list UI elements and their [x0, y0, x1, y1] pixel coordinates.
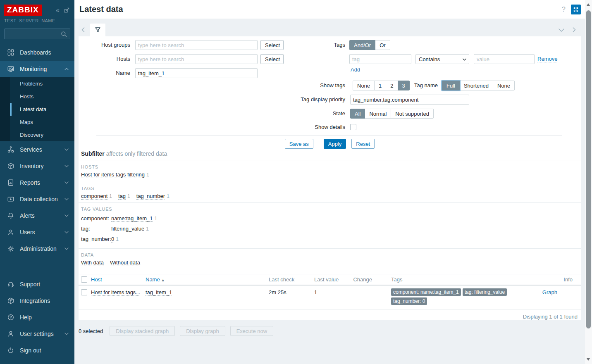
sidebar-item-inventory[interactable]: Inventory: [0, 158, 74, 174]
table-summary: Displaying 1 of 1 found: [79, 309, 581, 320]
save-as-button[interactable]: Save as: [285, 139, 313, 149]
with-data-link[interactable]: With data: [81, 259, 104, 266]
tag-operator-select[interactable]: Contains: [415, 54, 469, 64]
execute-now-button[interactable]: Execute now: [230, 326, 273, 336]
subfilter-tag-link[interactable]: component: [81, 193, 107, 200]
sidebar-item-discovery[interactable]: Discovery: [0, 128, 74, 141]
tab-next-icon[interactable]: [573, 27, 576, 32]
host-groups-input[interactable]: [135, 40, 258, 50]
tag-value-input[interactable]: [474, 54, 535, 64]
subfilter-tag-value-link[interactable]: name:tag_item_1: [111, 215, 153, 222]
sidebar-item-label: Services: [20, 146, 42, 153]
host-groups-select-button[interactable]: Select: [260, 40, 284, 50]
chevron-down-icon: [64, 333, 69, 335]
tag-name-input[interactable]: [349, 54, 411, 64]
subfilter-title: Subfilter: [81, 150, 105, 157]
select-all-checkbox[interactable]: [81, 276, 87, 283]
zabbix-logo[interactable]: ZABBIX: [4, 5, 42, 16]
sidebar-item-users[interactable]: Users: [0, 224, 74, 240]
filter-tab-row: [74, 24, 585, 36]
vertical-scrollbar[interactable]: [585, 0, 592, 364]
kiosk-mode-button[interactable]: [571, 5, 581, 14]
display-stacked-graph-button[interactable]: Display stacked graph: [110, 326, 175, 336]
sidebar-item-services[interactable]: Services: [0, 141, 74, 158]
tag-name-none[interactable]: None: [493, 81, 515, 90]
collapse-sidebar-icon[interactable]: «: [56, 7, 60, 14]
state-not-supported[interactable]: Not supported: [391, 109, 434, 119]
sidebar-item-administration[interactable]: Administration: [0, 240, 74, 257]
sidebar-item-user-settings[interactable]: User settings: [0, 326, 74, 342]
column-name[interactable]: Name: [146, 276, 160, 283]
users-icon: [7, 228, 14, 236]
apply-button[interactable]: Apply: [324, 139, 346, 149]
sidebar-item-label: Support: [20, 281, 40, 288]
scrollbar-thumb[interactable]: [586, 10, 591, 328]
sidebar-item-support[interactable]: Support: [0, 276, 74, 293]
page-header: Latest data ?: [74, 0, 585, 19]
tag-name-full[interactable]: Full: [442, 81, 460, 90]
tab-prev-icon[interactable]: [81, 27, 85, 32]
sidebar-item-problems[interactable]: Problems: [0, 77, 74, 90]
column-info: Info: [515, 276, 581, 283]
hosts-select-button[interactable]: Select: [260, 54, 284, 64]
subfilter-tag-link[interactable]: tag_number: [136, 193, 165, 200]
reset-button[interactable]: Reset: [351, 139, 375, 149]
subfilter-hosts-label: HOSTS: [81, 164, 98, 169]
subfilter-tag-link[interactable]: tag: [118, 193, 126, 200]
hosts-input[interactable]: [135, 54, 258, 64]
sidebar-item-label: Integrations: [20, 297, 50, 304]
sidebar-item-alerts[interactable]: Alerts: [0, 207, 74, 224]
tag-chip[interactable]: tag_number: 0: [391, 297, 427, 305]
sidebar-item-label: Users: [20, 229, 35, 236]
search-icon[interactable]: [60, 31, 68, 38]
tag-display-priority-input[interactable]: [350, 95, 469, 105]
sidebar-item-hosts[interactable]: Hosts: [0, 90, 74, 103]
help-icon[interactable]: ?: [562, 5, 566, 14]
state-segment: All Normal Not supported: [350, 109, 434, 119]
state-all[interactable]: All: [350, 109, 365, 119]
collapse-filter-icon[interactable]: [559, 29, 564, 32]
tags-andor-option[interactable]: And/Or: [349, 40, 375, 50]
sidebar-item-reports[interactable]: Reports: [0, 174, 74, 191]
state-normal[interactable]: Normal: [365, 109, 391, 119]
tag-name-segment: Full Shortened None: [442, 81, 515, 90]
scroll-down-arrow[interactable]: [587, 358, 590, 361]
tag-chip[interactable]: component: name:tag_item_1: [391, 288, 461, 296]
subfilter-hosts-row: Host for items tags filtering 1: [81, 171, 149, 178]
chevron-down-icon: [64, 165, 69, 167]
row-item-name-link[interactable]: tag_item_1: [146, 289, 172, 296]
tags-or-option[interactable]: Or: [375, 40, 390, 50]
subfilter-tag-value-link[interactable]: 0: [111, 236, 114, 243]
sidebar-item-sign-out[interactable]: Sign out: [0, 342, 74, 359]
sidebar-item-data-collection[interactable]: Data collection: [0, 191, 74, 207]
row-host-link[interactable]: Host for items tags...: [91, 289, 140, 296]
sidebar-item-latest-data[interactable]: Latest data: [0, 103, 74, 116]
filter-tab[interactable]: [90, 24, 105, 36]
sidebar-item-monitoring[interactable]: Monitoring: [0, 61, 74, 77]
row-checkbox[interactable]: [81, 289, 87, 295]
subfilter-host-link[interactable]: Host for items tags filtering: [81, 171, 145, 178]
tag-chip[interactable]: tag: filtering_value: [463, 288, 507, 296]
subfilter-tag-value-link[interactable]: filtering_value: [111, 226, 144, 232]
tag-name-shortened[interactable]: Shortened: [459, 81, 493, 90]
sidebar-item-integrations[interactable]: Integrations: [0, 293, 74, 309]
show-details-checkbox[interactable]: [350, 124, 356, 130]
sidebar-item-help[interactable]: Help: [0, 309, 74, 326]
dashboards-icon: [7, 49, 14, 56]
name-input[interactable]: [135, 68, 258, 78]
graph-link[interactable]: Graph: [542, 289, 557, 295]
remove-tag-link[interactable]: Remove: [537, 56, 557, 62]
reports-icon: [7, 179, 14, 186]
without-data-link[interactable]: Without data: [110, 259, 140, 266]
sidebar-item-maps[interactable]: Maps: [0, 116, 74, 128]
sidebar-item-label: Reports: [20, 179, 40, 186]
display-graph-button[interactable]: Display graph: [180, 326, 225, 336]
hide-sidebar-icon[interactable]: [63, 7, 70, 14]
show-tags-1[interactable]: 1: [374, 81, 386, 90]
column-host[interactable]: Host: [91, 276, 102, 283]
sidebar-item-dashboards[interactable]: Dashboards: [0, 44, 74, 61]
scroll-up-arrow[interactable]: [587, 3, 590, 6]
show-tags-none[interactable]: None: [353, 81, 375, 90]
add-tag-link[interactable]: Add: [351, 67, 360, 73]
show-tags-3[interactable]: 3: [398, 81, 410, 90]
